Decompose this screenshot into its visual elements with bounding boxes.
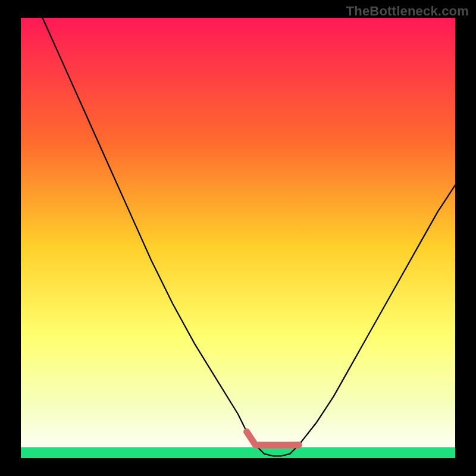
bottom-band — [21, 447, 455, 459]
bottleneck-chart — [0, 0, 476, 476]
chart-frame: TheBottleneck.com — [0, 0, 476, 476]
watermark-text: TheBottleneck.com — [346, 4, 469, 19]
plot-background — [21, 18, 455, 458]
